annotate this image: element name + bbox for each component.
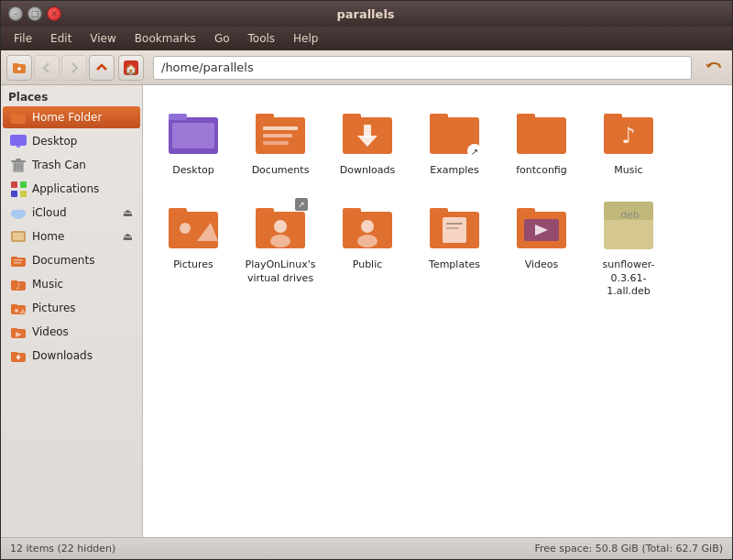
sidebar-item-trash-can[interactable]: Trash Can: [3, 154, 140, 176]
desktop-label: Desktop: [172, 164, 213, 177]
svg-point-22: [18, 210, 26, 217]
window-title: parallels: [61, 7, 670, 21]
svg-rect-58: [517, 114, 535, 120]
templates-label: Templates: [429, 258, 480, 271]
sidebar-item-icloud[interactable]: iCloud ⏏: [3, 202, 140, 224]
sidebar-label-home-folder: Home Folder: [32, 111, 133, 124]
sidebar-label-desktop: Desktop: [32, 135, 133, 148]
home-folder-icon: [10, 109, 27, 126]
svg-rect-80: [517, 208, 535, 214]
file-sunflower[interactable]: .deb sunflower-0.3.61-1.all.deb: [587, 189, 670, 305]
sidebar-item-desktop[interactable]: Desktop: [3, 130, 140, 152]
fontconfig-label: fontconfig: [516, 164, 567, 177]
file-desktop[interactable]: Desktop: [152, 94, 235, 184]
svg-point-73: [357, 235, 377, 247]
sidebar-label-icloud: iCloud: [32, 206, 117, 219]
file-public[interactable]: Public: [326, 189, 409, 305]
main-area: Places Home Folder Desktop Tra: [1, 85, 732, 537]
title-bar: – □ ✕ parallels: [1, 1, 732, 27]
address-text: /home/parallels: [161, 60, 254, 74]
svg-rect-57: [517, 117, 566, 154]
examples-file-icon: ↗: [425, 102, 484, 160]
toolbar: 🏠 /home/parallels: [1, 50, 732, 85]
menu-go[interactable]: Go: [207, 29, 237, 48]
sidebar-item-downloads[interactable]: Downloads: [3, 345, 140, 367]
home-eject-icon[interactable]: ⏏: [123, 230, 133, 243]
documents-file-icon: [251, 102, 310, 160]
home-drive-icon: [10, 228, 27, 245]
menu-help[interactable]: Help: [286, 29, 325, 48]
sidebar-label-music: Music: [32, 278, 133, 291]
menu-file[interactable]: File: [6, 29, 39, 48]
svg-rect-47: [256, 114, 274, 120]
file-music[interactable]: ♪ Music: [587, 94, 670, 184]
svg-point-21: [11, 210, 18, 217]
file-examples[interactable]: ↗ Examples: [413, 94, 496, 184]
icloud-eject-icon[interactable]: ⏏: [123, 206, 133, 219]
svg-rect-77: [446, 223, 463, 225]
file-templates[interactable]: Templates: [413, 189, 496, 305]
address-bar[interactable]: /home/parallels: [153, 56, 692, 80]
svg-rect-40: [11, 352, 17, 356]
menu-view[interactable]: View: [82, 29, 123, 48]
sidebar-item-applications[interactable]: Applications: [3, 178, 140, 200]
videos-folder-icon: [10, 324, 27, 340]
sidebar-item-videos[interactable]: Videos: [3, 321, 140, 343]
sidebar-label-videos: Videos: [32, 325, 133, 338]
forward-button[interactable]: [61, 55, 87, 81]
svg-point-64: [180, 223, 191, 234]
downloads-folder-icon: [10, 347, 27, 364]
file-documents[interactable]: Documents: [239, 94, 322, 184]
reload-button[interactable]: [701, 55, 727, 81]
sidebar-item-documents[interactable]: Documents: [3, 249, 140, 271]
sidebar-item-pictures[interactable]: Pictures: [3, 297, 140, 319]
menu-tools[interactable]: Tools: [241, 29, 283, 48]
svg-point-69: [270, 235, 290, 247]
window-controls: – □ ✕: [8, 6, 61, 21]
maximize-button[interactable]: □: [27, 6, 42, 21]
sunflower-label: sunflower-0.3.61-1.all.deb: [591, 258, 666, 298]
svg-rect-18: [11, 191, 17, 197]
svg-rect-33: [11, 304, 17, 308]
menu-bookmarks[interactable]: Bookmarks: [127, 29, 203, 48]
videos-file-icon: [512, 196, 571, 255]
file-fontconfig[interactable]: fontconfig: [500, 94, 583, 184]
menu-bar: File Edit View Bookmarks Go Tools Help: [1, 27, 732, 50]
file-videos[interactable]: Videos: [500, 189, 583, 305]
file-playonlinux[interactable]: ↗ PlayOnLinux's virtual drives: [239, 189, 322, 305]
svg-rect-42: [17, 355, 19, 357]
file-pictures[interactable]: Pictures: [152, 189, 235, 305]
music-file-icon: ♪: [599, 102, 658, 160]
new-folder-button[interactable]: [6, 55, 32, 81]
home-button[interactable]: 🏠: [118, 55, 144, 81]
close-button[interactable]: ✕: [47, 6, 61, 21]
downloads-label: Downloads: [340, 164, 395, 177]
svg-rect-45: [172, 123, 214, 148]
svg-text:🏠: 🏠: [125, 62, 137, 75]
file-downloads[interactable]: Downloads: [326, 94, 409, 184]
fontconfig-file-icon: [512, 102, 571, 160]
documents-label: Documents: [252, 164, 310, 177]
desktop-folder-icon: [164, 102, 223, 160]
pictures-folder-icon: [10, 300, 27, 316]
up-button[interactable]: [89, 55, 115, 81]
svg-rect-9: [16, 146, 20, 148]
svg-rect-54: [364, 125, 371, 137]
sidebar-item-home-folder[interactable]: Home Folder: [3, 106, 140, 128]
menu-edit[interactable]: Edit: [43, 29, 79, 48]
examples-label: Examples: [430, 164, 478, 177]
svg-rect-78: [446, 227, 459, 229]
templates-file-icon: [425, 196, 484, 255]
documents-folder-icon: [10, 252, 27, 269]
main-window: – □ ✕ parallels File Edit View Bookmarks…: [0, 0, 733, 560]
sidebar-section-places: Places: [1, 85, 142, 105]
sidebar-label-applications: Applications: [32, 182, 133, 195]
status-items-count: 12 items (22 hidden): [10, 543, 115, 555]
sidebar-item-home[interactable]: Home ⏏: [3, 225, 140, 247]
svg-rect-24: [13, 233, 24, 240]
back-button[interactable]: [34, 55, 60, 81]
sidebar-item-music[interactable]: ♪ Music: [3, 273, 140, 295]
minimize-button[interactable]: –: [8, 6, 23, 21]
svg-rect-67: [256, 208, 274, 214]
svg-rect-28: [14, 262, 21, 264]
